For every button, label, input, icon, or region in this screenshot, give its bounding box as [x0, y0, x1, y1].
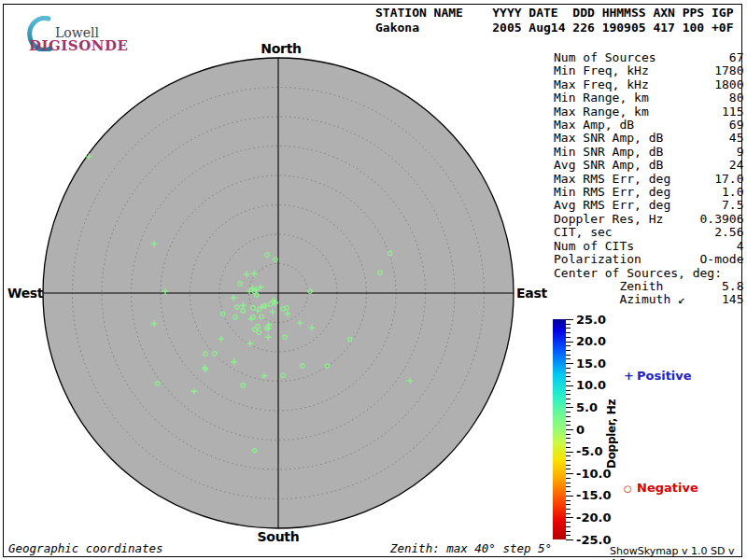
colorbar-minor-tick [566, 434, 571, 435]
colorbar-minor-tick [566, 531, 571, 532]
digisonde-logo: Lowell DIGISONDE [11, 7, 151, 45]
colorbar-minor-tick [566, 438, 571, 439]
colorbar-tick-label: 25.0 [576, 314, 606, 326]
colorbar-minor-tick [566, 412, 571, 413]
compass-west-label: West [7, 286, 41, 301]
colorbar-minor-tick [566, 469, 571, 469]
colorbar-minor-tick [566, 425, 571, 426]
colorbar-major-tick [566, 429, 573, 430]
colorbar-minor-tick [566, 350, 571, 351]
colorbar-minor-tick [566, 500, 571, 501]
colorbar-tick-label: 10.0 [576, 379, 606, 391]
colorbar-minor-tick [566, 394, 571, 395]
colorbar-minor-tick [566, 447, 571, 448]
colorbar-minor-tick [566, 355, 571, 356]
legend-positive: +Positive [624, 369, 692, 383]
colorbar-tick-label: 0 [576, 424, 585, 436]
colorbar-tick-label: -5.0 [576, 445, 602, 457]
colorbar-minor-tick [566, 324, 571, 325]
colorbar-minor-tick [566, 535, 571, 536]
legend-positive-label: Positive [637, 369, 692, 383]
header-column-labels: STATION NAME YYYY DATE DDD HHMMSS AXN PP… [375, 6, 734, 20]
colorbar-tick-label: -15.0 [576, 489, 611, 501]
colorbar-minor-tick [566, 372, 571, 373]
colorbar-minor-tick [566, 509, 571, 510]
colorbar-major-tick [566, 342, 573, 343]
measurement-stats-panel: Num of Sources 67 Min Freq, kHz 1780 Max… [554, 51, 744, 307]
colorbar-minor-tick [566, 390, 571, 391]
colorbar-major-tick [566, 517, 573, 518]
colorbar-minor-tick [566, 442, 571, 443]
colorbar-tick-label: 20.0 [576, 335, 606, 347]
legend-negative-label: Negative [637, 481, 698, 495]
compass-north-label: North [260, 41, 303, 56]
colorbar-minor-tick [566, 332, 571, 333]
colorbar-minor-tick [566, 504, 571, 505]
colorbar-minor-tick [566, 526, 571, 527]
compass-east-label: East [516, 286, 554, 301]
plus-marker-icon: + [624, 369, 637, 383]
colorbar-minor-tick [566, 345, 571, 346]
circle-marker-icon: ○ [624, 483, 637, 494]
colorbar-major-tick [566, 473, 573, 474]
colorbar-minor-tick [566, 337, 571, 338]
logo-digisonde-text: DIGISONDE [29, 37, 128, 54]
colorbar-minor-tick [566, 522, 571, 523]
colorbar-major-tick [566, 539, 573, 540]
colorbar-minor-tick [566, 486, 571, 487]
colorbar-minor-tick [566, 368, 571, 369]
colorbar-major-tick [566, 407, 573, 408]
colorbar-major-tick [566, 363, 573, 364]
colorbar-major-tick [566, 319, 573, 320]
colorbar-minor-tick [566, 421, 571, 422]
colorbar-minor-tick [566, 381, 571, 382]
colorbar-minor-tick [566, 465, 571, 466]
colorbar-tick-label: 5.0 [576, 401, 598, 413]
coordinates-mode-label: Geographic coordinates [8, 541, 163, 555]
colorbar-minor-tick [566, 399, 571, 399]
colorbar-tick-label: -25.0 [576, 534, 611, 546]
colorbar-minor-tick [566, 483, 571, 483]
colorbar-minor-tick [566, 491, 571, 492]
zenith-scale-label: Zenith: max 40° step 5° [390, 541, 552, 555]
colorbar-minor-tick [566, 328, 571, 329]
colorbar-minor-tick [566, 416, 571, 417]
colorbar-major-tick [566, 385, 573, 386]
doppler-axis-title: Doppler, Hz [605, 385, 620, 483]
colorbar-major-tick [566, 496, 573, 497]
showskymap-window: Lowell DIGISONDE STATION NAME YYYY DATE … [0, 0, 747, 560]
colorbar-tick-label: 15.0 [576, 357, 606, 370]
colorbar-minor-tick [566, 455, 571, 456]
colorbar-minor-tick [566, 513, 571, 514]
doppler-colorbar [553, 319, 566, 539]
colorbar-minor-tick [566, 478, 571, 479]
colorbar-minor-tick [566, 403, 571, 404]
colorbar-tick-label: -20.0 [576, 511, 611, 524]
colorbar-minor-tick [566, 376, 571, 377]
colorbar-minor-tick [566, 460, 571, 461]
colorbar-major-tick [566, 452, 573, 453]
colorbar-minor-tick [566, 358, 571, 359]
header-station-values: Gakona 2005 Aug14 226 190905 417 100 +0F [375, 21, 734, 35]
compass-south-label: South [257, 529, 300, 544]
software-version-label: ShowSkymap v 1.0 SD v 4.2 [610, 545, 747, 560]
legend-negative: ○Negative [624, 481, 698, 495]
